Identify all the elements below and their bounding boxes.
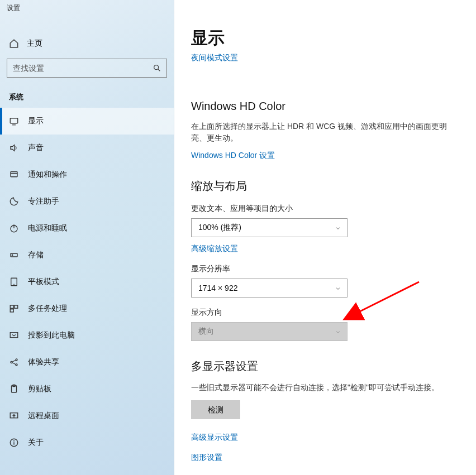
main-content: 显示 夜间模式设置 Windows HD Color 在上面所选择的显示器上让 … — [174, 0, 476, 475]
multi-display-desc: 一些旧式显示器可能不会进行自动连接，选择"检测"即可尝试手动连接。 — [191, 382, 448, 394]
sidebar-item-label: 远程桌面 — [28, 411, 59, 421]
advanced-display-link[interactable]: 高级显示设置 — [191, 433, 459, 443]
sidebar-item-label: 关于 — [28, 438, 44, 448]
page-title: 显示 — [191, 27, 459, 50]
sidebar-item-tablet[interactable]: 平板模式 — [0, 268, 174, 295]
search-input[interactable] — [7, 59, 167, 78]
sidebar-item-power[interactable]: 电源和睡眠 — [0, 215, 174, 242]
display-icon — [9, 116, 19, 126]
resolution-value: 1714 × 922 — [198, 284, 237, 292]
sidebar-item-label: 多任务处理 — [28, 304, 67, 314]
focus-icon — [9, 196, 19, 207]
advanced-scaling-link[interactable]: 高级缩放设置 — [191, 244, 238, 254]
sidebar-item-label: 声音 — [28, 143, 44, 153]
svg-rect-12 — [10, 305, 13, 308]
sidebar-item-multitask[interactable]: 多任务处理 — [0, 295, 174, 322]
sidebar-item-storage[interactable]: 存储 — [0, 242, 174, 268]
detect-button[interactable]: 检测 — [191, 400, 240, 419]
sidebar-group-label: 系统 — [0, 78, 174, 108]
shared-icon — [9, 357, 19, 367]
graphics-settings-link[interactable]: 图形设置 — [191, 453, 459, 463]
sidebar-item-display[interactable]: 显示 — [0, 108, 174, 135]
svg-point-26 — [14, 441, 15, 442]
resolution-dropdown[interactable]: 1714 × 922 — [191, 279, 348, 298]
svg-rect-4 — [11, 172, 17, 177]
clipboard-icon — [9, 384, 19, 394]
sidebar-item-label: 电源和睡眠 — [28, 223, 67, 233]
svg-rect-15 — [10, 333, 18, 338]
resolution-label: 显示分辨率 — [191, 264, 459, 274]
svg-line-19 — [12, 360, 16, 362]
svg-rect-13 — [15, 305, 18, 308]
sound-icon — [9, 143, 19, 153]
about-icon — [9, 438, 19, 448]
svg-point-18 — [16, 364, 17, 366]
sidebar-item-focus[interactable]: 专注助手 — [0, 188, 174, 215]
hd-color-desc: 在上面所选择的显示器上让 HDR 和 WCG 视频、游戏和应用中的画面更明亮、更… — [191, 121, 448, 144]
storage-icon — [9, 250, 19, 260]
sidebar-item-sound[interactable]: 声音 — [0, 135, 174, 161]
svg-point-9 — [12, 255, 13, 256]
remote-icon — [9, 411, 19, 421]
power-icon — [9, 223, 19, 233]
sidebar-item-label: 显示 — [28, 116, 44, 126]
project-icon — [9, 330, 19, 340]
sidebar-item-label: 专注助手 — [28, 196, 59, 207]
home-icon — [9, 39, 19, 49]
orientation-value: 横向 — [198, 327, 214, 337]
chevron-down-icon — [335, 224, 341, 231]
tablet-icon — [9, 277, 19, 287]
nightmode-settings-link[interactable]: 夜间模式设置 — [191, 53, 238, 63]
orientation-label: 显示方向 — [191, 308, 459, 318]
home-button[interactable]: 主页 — [0, 32, 174, 55]
text-size-label: 更改文本、应用等项目的大小 — [191, 204, 459, 214]
svg-rect-2 — [10, 118, 18, 123]
notifications-icon — [9, 170, 19, 180]
sidebar-item-remote[interactable]: 远程桌面 — [0, 402, 174, 429]
sidebar-item-project[interactable]: 投影到此电脑 — [0, 322, 174, 349]
sidebar-item-label: 剪贴板 — [28, 384, 51, 394]
sidebar-item-clipboard[interactable]: 剪贴板 — [0, 376, 174, 402]
home-label: 主页 — [27, 39, 42, 49]
chevron-down-icon — [335, 328, 341, 335]
sidebar-item-about[interactable]: 关于 — [0, 429, 174, 456]
sidebar-item-shared[interactable]: 体验共享 — [0, 349, 174, 376]
sidebar: 设置 主页 系统 显示 声音 通知和操作 — [0, 0, 174, 475]
svg-point-16 — [11, 362, 12, 363]
svg-rect-14 — [10, 309, 13, 312]
svg-line-20 — [12, 363, 16, 364]
sidebar-item-label: 体验共享 — [28, 357, 59, 367]
settings-app: 设置 主页 系统 显示 声音 通知和操作 — [0, 0, 476, 475]
text-size-value: 100% (推荐) — [198, 223, 241, 233]
multi-display-title: 多显示器设置 — [191, 359, 459, 374]
hd-color-settings-link[interactable]: Windows HD Color 设置 — [191, 151, 275, 161]
search-wrap — [7, 59, 167, 78]
svg-point-17 — [16, 359, 17, 361]
sidebar-item-notifications[interactable]: 通知和操作 — [0, 161, 174, 188]
multitask-icon — [9, 304, 19, 314]
sidebar-item-label: 平板模式 — [28, 277, 59, 287]
text-size-dropdown[interactable]: 100% (推荐) — [191, 218, 348, 237]
sidebar-item-label: 投影到此电脑 — [28, 330, 75, 340]
sidebar-item-label: 存储 — [28, 250, 44, 260]
scale-title: 缩放与布局 — [191, 179, 459, 194]
window-title: 设置 — [0, 0, 174, 15]
hd-color-title: Windows HD Color — [191, 100, 459, 113]
chevron-down-icon — [335, 285, 341, 291]
sidebar-item-label: 通知和操作 — [28, 170, 67, 180]
orientation-dropdown[interactable]: 横向 — [191, 322, 348, 341]
